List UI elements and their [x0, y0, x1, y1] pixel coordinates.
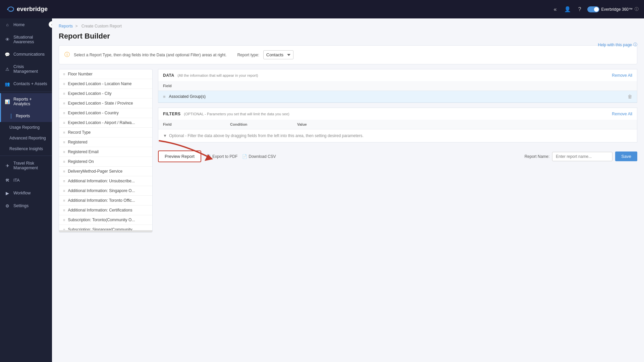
- data-remove-all-link[interactable]: Remove All: [612, 73, 632, 78]
- field-panel: ≡Floor Number≡Expected Location - Locati…: [59, 69, 153, 233]
- drag-icon: ≡: [63, 228, 65, 230]
- filter-placeholder: ▼ Optional - Filter the data above by dr…: [158, 129, 637, 142]
- drag-icon: ≡: [63, 130, 65, 134]
- field-item[interactable]: ≡Additional Information: Unsubscribe...: [59, 176, 152, 186]
- sidebar-item-home[interactable]: ⌂ Home: [0, 18, 52, 31]
- sidebar-item-contacts-assets[interactable]: 👥 Contacts + Assets: [0, 77, 52, 90]
- chart-icon: 📊: [5, 99, 10, 104]
- field-item[interactable]: ≡Floor Number: [59, 69, 152, 79]
- data-section-title-area: DATA (All the information that will appe…: [163, 73, 258, 78]
- field-item[interactable]: ≡Registered: [59, 137, 152, 147]
- sidebar-item-advanced-reporting[interactable]: Advanced Reporting: [0, 133, 52, 143]
- field-item[interactable]: ≡Record Type: [59, 128, 152, 137]
- field-item[interactable]: ≡DeliveryMethod-Pager Service: [59, 167, 152, 176]
- field-item[interactable]: ≡Additional Information: Certifications: [59, 205, 152, 215]
- drag-icon: ≡: [63, 150, 65, 154]
- sidebar-item-workflow[interactable]: ▶ Workflow: [0, 187, 52, 199]
- topbar-actions: « 👤 ? Everbridge 360™ ⓘ: [552, 5, 639, 14]
- field-item[interactable]: ≡Expected Location - Airport / Railwa...: [59, 118, 152, 128]
- sidebar-item-reports-analytics[interactable]: 📊 Reports + Analytics: [0, 93, 52, 110]
- field-item[interactable]: ≡Expected Location - State / Province: [59, 99, 152, 108]
- sidebar-item-label: Crisis Management: [13, 64, 47, 74]
- toggle-track[interactable]: [587, 6, 599, 12]
- field-item[interactable]: ≡Subscription: Singapore(Community ...: [59, 225, 152, 230]
- user-button[interactable]: 👤: [563, 5, 572, 14]
- field-item[interactable]: ≡Registered Email: [59, 147, 152, 157]
- field-label: DeliveryMethod-Pager Service: [68, 169, 122, 174]
- preview-report-button[interactable]: Preview Report: [158, 150, 201, 162]
- download-csv-button[interactable]: 📄 Download CSV: [242, 153, 276, 160]
- filter-remove-all-link[interactable]: Remove All: [612, 112, 632, 116]
- sidebar-sub-label: Advanced Reporting: [9, 136, 46, 140]
- field-label: Expected Location - City: [68, 91, 111, 96]
- field-item[interactable]: ≡Additional Information: Toronto Offic..…: [59, 196, 152, 205]
- drag-icon: ≡: [63, 169, 65, 173]
- sidebar-item-resilience-insights[interactable]: Resilience Insights: [0, 143, 52, 154]
- action-bar: Preview Report 📄 Export to PDF 📄 Downloa…: [158, 147, 637, 166]
- filter-section: FILTERS (OPTIONAL - Parameters you set t…: [158, 108, 637, 142]
- field-item[interactable]: ≡Expected Location - City: [59, 89, 152, 99]
- sidebar-item-ita[interactable]: 🛠 ITA: [0, 174, 52, 187]
- data-row: ≡ Associated Group(s) 🗑: [158, 91, 637, 103]
- drag-icon: ≡: [63, 218, 65, 222]
- everbridge360-toggle[interactable]: Everbridge 360™ ⓘ: [587, 6, 639, 12]
- info-icon: ⓘ: [64, 51, 70, 58]
- data-row-label: Associated Group(s): [169, 94, 206, 99]
- drag-handle-icon[interactable]: ≡: [163, 94, 166, 99]
- field-label: Registered On: [68, 159, 94, 164]
- sidebar-item-reports[interactable]: | Reports: [0, 110, 52, 122]
- delete-row-icon[interactable]: 🗑: [628, 94, 632, 99]
- builder-hint-card: ⓘ Select a Report Type, then drag fields…: [59, 45, 637, 64]
- drag-icon: ≡: [63, 140, 65, 144]
- report-type-select[interactable]: Contacts Events Assets Groups: [263, 50, 293, 59]
- help-link[interactable]: Help with this page ⓘ: [598, 42, 637, 48]
- home-icon: ⌂: [5, 22, 10, 27]
- sidebar-item-settings[interactable]: ⚙ Settings: [0, 199, 52, 212]
- sidebar-item-usage-reporting[interactable]: Usage Reporting: [0, 122, 52, 133]
- sidebar-item-travel-risk[interactable]: ✈ Travel Risk Management: [0, 157, 52, 174]
- sidebar-item-label: ITA: [13, 178, 20, 183]
- sidebar-item-label: Home: [13, 22, 24, 27]
- pdf-icon: 📄: [206, 154, 211, 159]
- save-button[interactable]: Save: [615, 152, 637, 161]
- filter-section-title-area: FILTERS (OPTIONAL - Parameters you set t…: [163, 111, 289, 116]
- filter-section-title: FILTERS: [163, 112, 181, 116]
- sidebar-item-crisis-management[interactable]: ⚠ Crisis Management: [0, 61, 52, 77]
- field-item[interactable]: ≡Registered On: [59, 157, 152, 167]
- toggle-thumb: [594, 7, 599, 12]
- topbar: everbridge « 👤 ? Everbridge 360™ ⓘ: [0, 0, 644, 18]
- field-item[interactable]: ≡Expected Location - Location Name: [59, 79, 152, 89]
- field-item[interactable]: ≡Expected Location - Country: [59, 108, 152, 118]
- field-label: Expected Location - Airport / Railwa...: [68, 120, 135, 125]
- csv-icon: 📄: [242, 154, 247, 159]
- sidebar-item-label: Settings: [13, 203, 29, 208]
- logo-text: everbridge: [17, 6, 48, 13]
- main-content: Help with this page ⓘ Reports > Create C…: [52, 18, 644, 362]
- filter-section-subtitle: (OPTIONAL - Parameters you set that will…: [184, 112, 289, 116]
- alert-icon: ⚠: [5, 66, 10, 72]
- breadcrumb-separator: >: [75, 24, 77, 28]
- field-list: ≡Floor Number≡Expected Location - Locati…: [59, 69, 152, 230]
- eye-icon: 👁: [5, 37, 10, 42]
- field-label: Additional Information: Certifications: [68, 208, 132, 213]
- field-item[interactable]: ≡Additional Information: Singapore O...: [59, 186, 152, 196]
- sidebar-item-situational-awareness[interactable]: 👁 Situational Awareness: [0, 31, 52, 48]
- export-pdf-button[interactable]: 📄 Export to PDF: [206, 153, 237, 160]
- report-name-label: Report Name:: [525, 154, 550, 159]
- sidebar-sub-label: Usage Reporting: [9, 125, 40, 130]
- collapse-button[interactable]: «: [552, 5, 558, 14]
- field-label: Subscription: Singapore(Community ...: [68, 227, 137, 230]
- breadcrumb-parent[interactable]: Reports: [59, 24, 73, 28]
- help-button[interactable]: ?: [577, 5, 583, 14]
- sidebar-item-communications[interactable]: 💬 Communications: [0, 48, 52, 61]
- scroll-indicator: [59, 230, 152, 232]
- field-label: Expected Location - Country: [68, 111, 118, 115]
- breadcrumb-current: Create Custom Report: [82, 24, 122, 28]
- field-item[interactable]: ≡Subscription: Toronto(Community O...: [59, 215, 152, 225]
- filter-col-value: Value: [297, 122, 632, 126]
- report-name-input[interactable]: [552, 152, 612, 161]
- drag-icon: ≡: [63, 121, 65, 125]
- sidebar-item-label: Reports + Analytics: [13, 97, 47, 106]
- sidebar-item-label: Contacts + Assets: [13, 81, 47, 86]
- help-link-text: Help with this page: [598, 43, 632, 47]
